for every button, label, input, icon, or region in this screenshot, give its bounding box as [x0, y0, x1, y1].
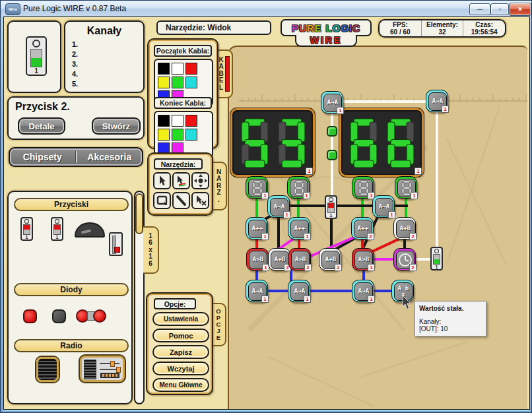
chip-a++[interactable]: A++1	[288, 217, 310, 239]
channel-item[interactable]: 2.	[72, 50, 78, 60]
rect-select-tool[interactable]	[153, 192, 171, 209]
chip-badge: 2	[304, 264, 312, 271]
part-speaker-icon[interactable]	[36, 357, 59, 382]
option-ustawienia[interactable]: Ustawienia	[152, 312, 209, 326]
logo-letter: L	[326, 22, 333, 34]
part-led-double-icon[interactable]	[76, 309, 108, 323]
option-pomoc[interactable]: Pomoc	[152, 329, 209, 342]
cable-tab[interactable]: K A B E L	[216, 49, 233, 98]
section-header-radio[interactable]: Radio	[14, 339, 129, 352]
switch-component-on[interactable]: 1	[430, 247, 443, 270]
part-switch[interactable]: 1	[20, 217, 33, 241]
display-digit-6	[349, 117, 378, 169]
chip-a>b[interactable]: A>B1	[246, 248, 269, 270]
seven-segment-display[interactable]: 1	[341, 110, 422, 175]
section-header-diody[interactable]: Diody	[14, 283, 129, 296]
color-swatch[interactable]	[172, 129, 183, 141]
chip-a+b[interactable]: A+B2	[393, 217, 416, 239]
close-button[interactable]: ✕	[509, 3, 531, 16]
color-swatch[interactable]	[158, 115, 170, 127]
channel-item[interactable]: 4.	[72, 70, 78, 80]
tab-akcesoria[interactable]: Akcesoria	[77, 152, 143, 162]
seven-segment-display[interactable]: 1	[232, 110, 313, 175]
tab-chipsety[interactable]: Chipsety	[10, 152, 75, 162]
part-radio-icon[interactable]	[80, 356, 125, 382]
wire-tool[interactable]	[172, 172, 190, 189]
tools-panel: Narzędzia:	[147, 152, 213, 216]
circuit-canvas[interactable]: 111111A→A1A→A1A→A1A→A1A++1A++1A++2A+B2A>…	[228, 46, 527, 409]
color-swatch[interactable]	[172, 63, 183, 75]
move-tool[interactable]	[191, 172, 209, 189]
options-panel: Opcje: UstawieniaPomocZapiszWczytajMenu …	[146, 292, 213, 395]
part-slider-icon[interactable]	[109, 232, 123, 256]
cable-panel: Początek Kabla: Koniec Kabla:	[147, 38, 218, 149]
section-header-przyciski[interactable]: Przyciski	[14, 198, 129, 211]
maximize-button[interactable]: ▫	[490, 3, 509, 15]
chip-7seg-driver[interactable]: 1	[246, 176, 268, 199]
color-swatch[interactable]	[185, 63, 197, 75]
option-zapisz[interactable]: Zapisz	[152, 345, 209, 359]
color-swatch[interactable]	[158, 129, 170, 141]
chip-a>b[interactable]: A>B2	[288, 248, 311, 270]
grid-size-tab[interactable]: 1 6 x 1 6	[143, 226, 159, 274]
channel-item[interactable]: 5.	[72, 80, 78, 90]
chip-a-a[interactable]: A→A1	[321, 91, 343, 113]
colon-dot[interactable]	[327, 126, 337, 137]
color-swatch[interactable]	[158, 63, 170, 75]
chip-a-a[interactable]: A→A1	[352, 280, 374, 302]
color-swatch[interactable]	[185, 77, 197, 88]
app-logo-wire: WIRE	[295, 35, 357, 47]
options-tab[interactable]: O P C J E	[212, 303, 226, 346]
color-swatch[interactable]	[172, 77, 183, 88]
delete-tool[interactable]	[191, 192, 209, 209]
parts-scrollbar-thumb[interactable]	[135, 193, 143, 234]
part-led-red-icon[interactable]	[23, 309, 37, 323]
draw-cable-tool[interactable]	[172, 192, 190, 209]
part-gauge-icon[interactable]	[75, 222, 105, 238]
options-buttons: UstawieniaPomocZapiszWczytajMenu Główne	[152, 312, 209, 395]
display-digit-6	[386, 117, 415, 169]
minimize-button[interactable]: —	[469, 3, 490, 15]
details-button[interactable]: Detale	[18, 117, 65, 135]
logo-letter: U	[299, 22, 307, 34]
color-swatch[interactable]	[158, 77, 170, 88]
chip-badge: 2	[409, 233, 416, 240]
switch-component-off[interactable]: 1	[325, 195, 337, 219]
part-switch[interactable]: 1	[51, 217, 63, 241]
color-swatch[interactable]	[185, 129, 197, 141]
chip-clock[interactable]: 2	[393, 248, 416, 270]
tooltip: Wartość stała. Kanały: [OUT]: 10	[415, 301, 486, 336]
chip-a+b[interactable]: A+B2	[268, 248, 290, 270]
chip-a-a[interactable]: A→A1	[246, 280, 268, 302]
chip-a>b[interactable]: A>B1	[352, 248, 374, 270]
tools-tab[interactable]: N A R Z .	[212, 162, 227, 210]
create-button[interactable]: Stwórz	[92, 117, 141, 135]
title-bar[interactable]: Wire Pure Logic WIRE v 0.87 Beta — ▫ ✕	[1, 1, 532, 16]
option-wczytaj[interactable]: Wczytaj	[152, 362, 209, 375]
chip-a-a[interactable]: A→A1	[288, 280, 310, 302]
chip-7seg-driver[interactable]: 1	[395, 176, 417, 199]
color-swatch[interactable]	[185, 115, 197, 127]
chip-a-a[interactable]: A→A1	[267, 195, 290, 218]
chip-badge: 1	[442, 106, 449, 113]
chip-a+b[interactable]: A+B2	[319, 248, 341, 270]
chip-a-a[interactable]: A→A1	[372, 195, 395, 218]
select-tool[interactable]	[153, 172, 171, 189]
channels-list: 1.2.3.4.5.	[72, 40, 78, 90]
option-menu-główne[interactable]: Menu Główne	[152, 378, 209, 392]
part-led-dark-icon[interactable]	[52, 309, 66, 323]
switch-preview-icon: 1	[26, 36, 47, 76]
cable-end-label: Koniec Kabla:	[154, 97, 212, 109]
display-digit-3	[277, 117, 306, 169]
channel-item[interactable]: 1.	[72, 40, 78, 50]
channel-item[interactable]: 3.	[72, 60, 78, 70]
chip-7seg-driver[interactable]: 1	[287, 176, 310, 199]
logo-letter: P	[292, 22, 299, 34]
color-swatch[interactable]	[172, 115, 183, 127]
chip-7seg-driver[interactable]: 1	[352, 176, 374, 199]
chip-a-a[interactable]: A→A1	[426, 90, 448, 112]
chip-a++[interactable]: A++1	[246, 217, 268, 239]
colon-dot[interactable]	[327, 150, 337, 160]
chip-a++[interactable]: A++2	[351, 217, 374, 239]
selected-part-preview[interactable]: 1	[7, 20, 61, 93]
